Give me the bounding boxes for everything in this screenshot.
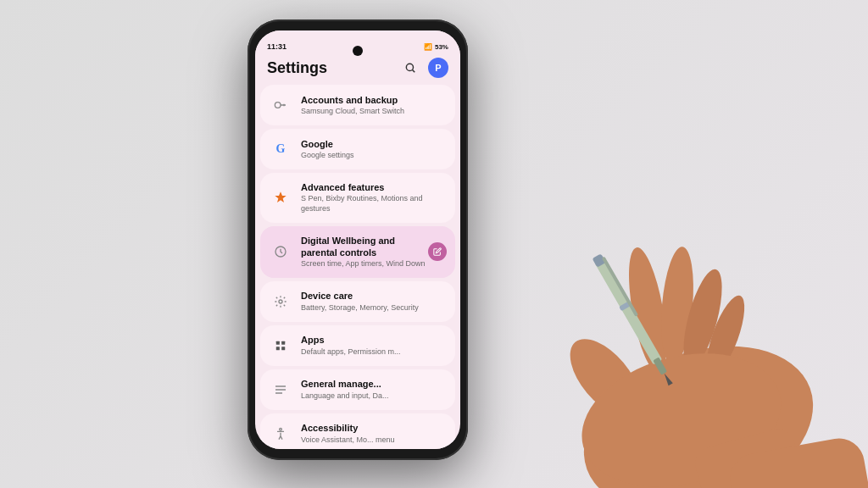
svg-point-0 — [406, 64, 413, 70]
accessibility-text: Accessibility Voice Assistant, Mo... men… — [301, 422, 447, 445]
status-icons: 📶 53% — [424, 36, 448, 51]
accounts-text: Accounts and backup Samsung Cloud, Smart… — [301, 94, 447, 117]
wellbeing-icon — [269, 240, 292, 263]
apps-icon — [269, 334, 292, 358]
device-text: Device care Battery, Storage, Memory, Se… — [301, 290, 447, 313]
settings-item-accounts[interactable]: Accounts and backup Samsung Cloud, Smart… — [260, 85, 455, 125]
svg-point-21 — [657, 246, 698, 367]
settings-item-apps[interactable]: Apps Default apps, Permission m... — [260, 325, 455, 366]
general-icon — [269, 378, 292, 402]
svg-point-19 — [557, 327, 654, 429]
status-time: 11:31 — [267, 36, 287, 51]
header-icons: P — [401, 58, 448, 78]
google-text: Google Google settings — [301, 138, 447, 161]
svg-rect-32 — [602, 257, 638, 317]
wellbeing-text: Digital Wellbeing and parental controls … — [301, 235, 428, 269]
svg-point-5 — [279, 300, 282, 303]
edit-button[interactable] — [428, 242, 447, 261]
profile-avatar[interactable]: P — [428, 58, 448, 78]
accounts-title: Accounts and backup — [301, 94, 447, 106]
phone-screen: 11:31 📶 53% Settings P — [255, 30, 460, 449]
settings-title: Settings — [267, 59, 327, 77]
svg-rect-25 — [692, 425, 808, 488]
device-title: Device care — [301, 290, 447, 302]
svg-rect-26 — [726, 435, 868, 488]
settings-list: Accounts and backup Samsung Cloud, Smart… — [255, 85, 460, 449]
svg-rect-8 — [276, 347, 280, 350]
apps-text: Apps Default apps, Permission m... — [301, 334, 447, 357]
accessibility-icon — [269, 422, 292, 446]
signal-icon: 📶 — [424, 43, 432, 51]
svg-point-18 — [561, 317, 837, 488]
svg-marker-29 — [662, 372, 673, 385]
svg-rect-9 — [281, 347, 285, 350]
settings-item-wellbeing[interactable]: Digital Wellbeing and parental controls … — [260, 226, 455, 278]
apps-title: Apps — [301, 334, 447, 346]
accounts-subtitle: Samsung Cloud, Smart Switch — [301, 107, 447, 117]
device-icon — [269, 290, 292, 313]
general-subtitle: Language and input, Da... — [301, 391, 447, 402]
battery-text: 53% — [435, 43, 448, 51]
svg-point-24 — [567, 332, 797, 488]
search-button[interactable] — [401, 58, 420, 77]
hand-overlay — [427, 132, 868, 488]
google-icon: G — [269, 137, 292, 161]
settings-header: Settings P — [255, 53, 460, 85]
settings-item-google[interactable]: G Google Google settings — [260, 129, 455, 169]
settings-item-general[interactable]: General manage... Language and input, Da… — [260, 369, 455, 410]
svg-rect-6 — [276, 341, 280, 345]
settings-item-advanced[interactable]: Advanced features S Pen, Bixby Routines,… — [260, 173, 455, 223]
wellbeing-subtitle: Screen time, App timers, Wind Down — [301, 259, 428, 269]
google-subtitle: Google settings — [301, 151, 447, 161]
svg-point-22 — [676, 266, 730, 372]
google-title: Google — [301, 138, 447, 150]
settings-item-accessibility[interactable]: Accessibility Voice Assistant, Mo... men… — [260, 413, 455, 449]
general-title: General manage... — [301, 378, 447, 390]
svg-rect-7 — [281, 341, 285, 345]
svg-rect-31 — [619, 301, 632, 311]
accessibility-subtitle: Voice Assistant, Mo... menu — [301, 435, 447, 446]
svg-point-23 — [699, 291, 752, 380]
svg-marker-3 — [275, 192, 286, 203]
advanced-subtitle: S Pen, Bixby Routines, Motions and gestu… — [301, 194, 447, 214]
svg-rect-30 — [593, 253, 606, 267]
svg-point-20 — [621, 245, 674, 375]
svg-rect-28 — [653, 357, 667, 374]
apps-subtitle: Default apps, Permission m... — [301, 347, 447, 358]
phone: 11:31 📶 53% Settings P — [248, 19, 468, 460]
svg-line-1 — [413, 70, 415, 73]
svg-point-2 — [275, 103, 281, 108]
key-icon — [269, 93, 292, 117]
general-text: General manage... Language and input, Da… — [301, 378, 447, 401]
advanced-text: Advanced features S Pen, Bixby Routines,… — [301, 181, 447, 214]
svg-rect-27 — [594, 258, 662, 365]
advanced-icon — [269, 186, 292, 209]
camera-notch — [353, 46, 363, 56]
advanced-title: Advanced features — [301, 181, 447, 193]
accessibility-title: Accessibility — [301, 422, 447, 434]
svg-point-13 — [280, 428, 282, 430]
settings-item-device[interactable]: Device care Battery, Storage, Memory, Se… — [260, 281, 455, 322]
wellbeing-title: Digital Wellbeing and parental controls — [301, 235, 428, 259]
device-subtitle: Battery, Storage, Memory, Security — [301, 303, 447, 313]
